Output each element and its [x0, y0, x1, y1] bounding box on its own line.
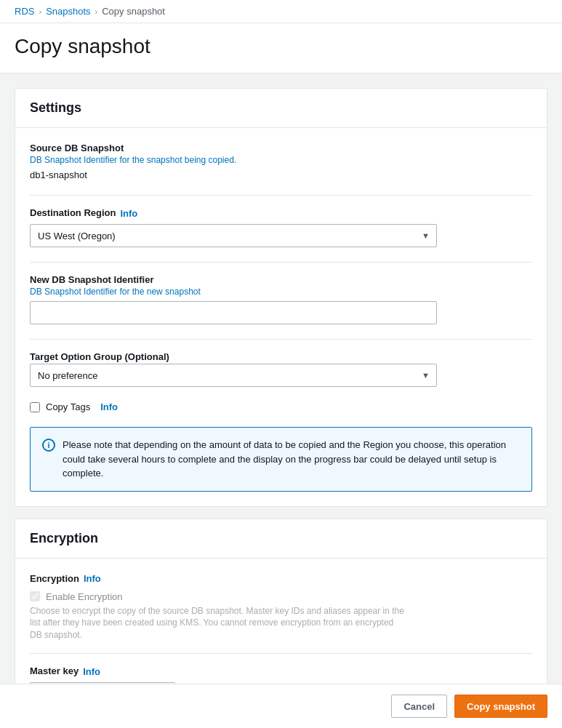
destination-region-label: Destination Region [30, 207, 116, 218]
settings-card-title: Settings [30, 100, 81, 115]
info-notice-box: i Please note that depending on the amou… [30, 427, 532, 492]
source-db-snapshot-description: DB Snapshot Identifier for the snapshot … [30, 155, 532, 165]
breadcrumb: RDS › Snapshots › Copy snapshot [0, 0, 562, 23]
destination-region-section: Destination Region Info US West (Oregon)… [30, 207, 532, 247]
master-key-info-link[interactable]: Info [83, 666, 100, 677]
enable-encryption-checkbox [30, 591, 40, 601]
new-snapshot-identifier-label: New DB Snapshot Identifier [30, 274, 532, 285]
target-option-group-select[interactable]: No preference [30, 364, 437, 387]
settings-card: Settings Source DB Snapshot DB Snapshot … [15, 88, 547, 507]
new-snapshot-identifier-input[interactable] [30, 301, 437, 324]
breadcrumb-sep-1: › [39, 7, 41, 16]
breadcrumb-rds-link[interactable]: RDS [15, 6, 34, 17]
footer: Cancel Copy snapshot [0, 684, 562, 728]
breadcrumb-current: Copy snapshot [102, 6, 165, 17]
destination-region-label-row: Destination Region Info [30, 207, 532, 220]
encryption-label-row: Encryption Info [30, 573, 532, 584]
settings-card-header: Settings [15, 89, 547, 128]
divider-3 [30, 339, 532, 340]
copy-tags-checkbox[interactable] [30, 402, 40, 412]
copy-tags-label[interactable]: Copy Tags [46, 401, 90, 412]
page-title: Copy snapshot [15, 35, 547, 58]
target-option-group-section: Target Option Group (Optional) No prefer… [30, 351, 532, 387]
encryption-field-label: Encryption [30, 573, 79, 584]
breadcrumb-sep-2: › [95, 7, 98, 16]
encryption-card-header: Encryption [15, 519, 547, 559]
breadcrumb-snapshots-link[interactable]: Snapshots [46, 6, 90, 17]
page-title-area: Copy snapshot [0, 23, 562, 73]
master-key-label-row: Master key Info [30, 665, 532, 678]
cancel-button[interactable]: Cancel [391, 695, 447, 718]
enable-encryption-label: Enable Encryption [46, 591, 123, 602]
source-db-snapshot-section: Source DB Snapshot DB Snapshot Identifie… [30, 143, 532, 180]
new-snapshot-identifier-section: New DB Snapshot Identifier DB Snapshot I… [30, 274, 532, 324]
divider-4 [30, 653, 532, 654]
encryption-info-link[interactable]: Info [84, 573, 101, 584]
copy-snapshot-button[interactable]: Copy snapshot [454, 695, 547, 718]
target-option-group-label: Target Option Group (Optional) [30, 351, 532, 362]
encryption-card-title: Encryption [30, 531, 98, 545]
master-key-label: Master key [30, 665, 79, 676]
divider-2 [30, 262, 532, 263]
new-snapshot-identifier-description: DB Snapshot Identifier for the new snaps… [30, 287, 532, 297]
enable-encryption-section: Enable Encryption Choose to encrypt the … [30, 591, 532, 641]
destination-region-select-wrapper: US West (Oregon) US East (N. Virginia) E… [30, 224, 437, 247]
target-option-group-select-wrapper: No preference ▼ [30, 364, 437, 387]
main-content: Settings Source DB Snapshot DB Snapshot … [0, 73, 562, 728]
destination-region-select[interactable]: US West (Oregon) US East (N. Virginia) E… [30, 224, 437, 247]
source-db-snapshot-value: db1-snapshot [30, 169, 532, 180]
enable-encryption-description: Choose to encrypt the copy of the source… [30, 605, 408, 641]
divider-1 [30, 195, 532, 196]
source-db-snapshot-label: Source DB Snapshot [30, 143, 532, 153]
destination-region-info-link[interactable]: Info [120, 208, 137, 219]
info-icon: i [42, 439, 55, 452]
settings-card-body: Source DB Snapshot DB Snapshot Identifie… [15, 128, 547, 506]
copy-tags-row: Copy Tags Info [30, 401, 532, 412]
info-notice-text: Please note that depending on the amount… [63, 438, 520, 481]
copy-tags-info-link[interactable]: Info [100, 401, 118, 412]
